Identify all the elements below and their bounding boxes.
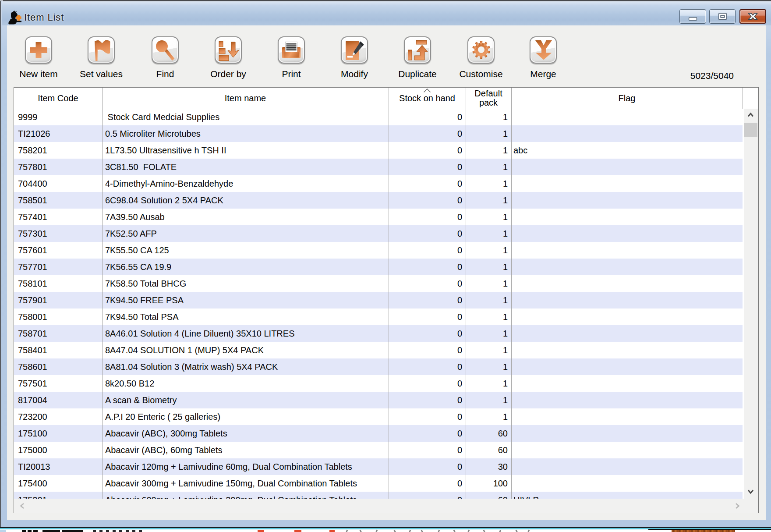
cell-name: 0.5 Microliter Microtubes: [102, 125, 389, 142]
cell-code: 175201: [14, 492, 102, 499]
toolbar-button-set-values[interactable]: Set values: [75, 36, 127, 79]
new-item-plus-icon[interactable]: [25, 36, 52, 64]
table-row[interactable]: TI20013Abacavir 120mg + Lamivudine 60mg,…: [14, 458, 743, 475]
desktop-fragment: [22, 530, 26, 532]
cell-stock: 0: [389, 142, 466, 159]
table-row[interactable]: 7579017K94.50 FREE PSA01: [14, 292, 743, 309]
toolbar-button-new-item[interactable]: New item: [12, 36, 65, 79]
cell-stock: 0: [389, 358, 466, 375]
duplicate-arrow-icon[interactable]: [404, 36, 431, 64]
vertical-scroll-thumb[interactable]: [744, 123, 757, 137]
column-separator: [511, 88, 512, 499]
desktop-fragment: [394, 530, 396, 532]
cell-pack: 1: [466, 309, 511, 325]
sort-arrow-icon[interactable]: [215, 36, 242, 64]
titlebar[interactable]: Item List: [2, 1, 771, 25]
table-row[interactable]: 175100Abacavir (ABC), 300mg Tablets060: [14, 425, 743, 442]
table-row[interactable]: 7584018A47.04 SOLUTION 1 (MUP) 5X4 PACK0…: [14, 342, 743, 358]
cell-stock: 0: [389, 259, 466, 275]
table-row[interactable]: 7586018A81.04 Solution 3 (Matrix wash) 5…: [14, 358, 743, 375]
table-row[interactable]: 175000Abacavir (ABC), 60mg Tablets060: [14, 442, 743, 458]
desktop-fragment: [346, 530, 348, 532]
toolbar-button-label: Print: [265, 69, 318, 79]
item-table: Item CodeItem nameStock on handDefault p…: [14, 87, 759, 513]
cell-pack: 1: [466, 325, 511, 342]
cell-code: TI20013: [14, 458, 102, 475]
edit-pencil-icon[interactable]: [341, 36, 368, 64]
column-separator: [389, 88, 389, 499]
desktop-fragment: [126, 530, 129, 532]
cell-flag: [511, 408, 743, 425]
toolbar-button-modify[interactable]: Modify: [328, 36, 381, 79]
cell-name: 6C98.04 Solution 2 5X4 PACK: [102, 192, 389, 209]
magnifier-icon[interactable]: [152, 36, 179, 64]
printer-icon[interactable]: [278, 36, 305, 64]
toolbar-button-order-by[interactable]: Order by: [202, 36, 255, 79]
maximize-button[interactable]: [709, 9, 736, 24]
table-row[interactable]: 7580017K94.50 Total PSA01: [14, 309, 743, 325]
cell-name: Stock Card Medcial Supplies: [102, 109, 389, 125]
cell-name: 4-Dimethyl-Amino-Benzaldehyde: [102, 175, 389, 192]
scroll-right-icon[interactable]: [735, 503, 740, 509]
table-row[interactable]: 7578013C81.50 FOLATE01: [14, 159, 743, 175]
merge-arrow-icon[interactable]: [530, 36, 557, 64]
toolbar-button-customise[interactable]: Customise: [455, 36, 507, 79]
table-row[interactable]: 7575018k20.50 B1201: [14, 375, 743, 392]
cell-name: 1L73.50 Ultrasensitive h TSH II: [102, 142, 389, 159]
column-header-default-pack[interactable]: Default pack: [466, 88, 511, 109]
cell-pack: 1: [466, 275, 511, 292]
cell-name: 7A39.50 Ausab: [102, 209, 389, 225]
toolbar-button-print[interactable]: Print: [265, 36, 318, 79]
cell-flag: [511, 475, 743, 492]
table-row[interactable]: 7585016C98.04 Solution 2 5X4 PACK01: [14, 192, 743, 209]
table-row[interactable]: 7582011L73.50 Ultrasensitive h TSH II01a…: [14, 142, 743, 159]
cell-flag: [511, 425, 743, 442]
cell-code: TI21026: [14, 125, 102, 142]
cell-code: 758001: [14, 309, 102, 325]
cell-flag: [511, 109, 743, 125]
flag-icon[interactable]: [88, 36, 115, 64]
minimize-icon: [680, 10, 706, 23]
desktop-fragment: [28, 530, 32, 532]
scroll-left-icon[interactable]: [19, 503, 25, 509]
scroll-down-icon[interactable]: [747, 489, 754, 495]
cell-code: 757801: [14, 159, 102, 175]
gear-icon[interactable]: [467, 36, 495, 64]
cell-stock: 0: [389, 275, 466, 292]
desktop-fragment: [42, 530, 60, 532]
table-row[interactable]: 817004A scan & Biometry01: [14, 392, 743, 408]
toolbar-button-merge[interactable]: Merge: [517, 36, 569, 79]
toolbar-button-label: Customise: [455, 69, 507, 79]
horizontal-scrollbar[interactable]: [14, 499, 758, 513]
desktop-fragment: [93, 530, 96, 532]
cell-code: 723200: [14, 408, 102, 425]
cell-flag: [511, 209, 743, 225]
cell-flag: [511, 225, 743, 242]
column-separator: [102, 88, 103, 499]
toolbar-button-find[interactable]: Find: [139, 36, 191, 79]
column-header-flag[interactable]: Flag: [511, 88, 743, 109]
column-header-item-name[interactable]: Item name: [102, 88, 389, 109]
column-header-item-code[interactable]: Item Code: [14, 88, 102, 109]
table-row[interactable]: 7581017K58.50 Total BHCG01: [14, 275, 743, 292]
close-button[interactable]: [739, 9, 766, 24]
table-row[interactable]: 175201Abacavir 600mg + Lamivudine 300mg,…: [14, 492, 743, 499]
table-row[interactable]: 7587018A46.01 Solution 4 (Line Diluent) …: [14, 325, 743, 342]
vertical-scrollbar[interactable]: [744, 109, 758, 499]
cell-pack: 60: [466, 492, 511, 499]
cell-name: 8A81.04 Solution 3 (Matrix wash) 5X4 PAC…: [102, 358, 389, 375]
minimize-button[interactable]: [679, 9, 706, 24]
table-row[interactable]: 7577017K56.55 CA 19.901: [14, 259, 743, 275]
table-row[interactable]: 7574017A39.50 Ausab01: [14, 209, 743, 225]
cell-stock: 0: [389, 125, 466, 142]
scroll-up-icon[interactable]: [747, 112, 754, 118]
table-row[interactable]: 9999 Stock Card Medcial Supplies01: [14, 109, 743, 125]
table-row[interactable]: TI210260.5 Microliter Microtubes01: [14, 125, 743, 142]
toolbar-button-duplicate[interactable]: Duplicate: [391, 36, 444, 79]
table-row[interactable]: 7576017K55.50 CA 12501: [14, 242, 743, 259]
table-row[interactable]: 723200A.P.I 20 Enteric ( 25 galleries)01: [14, 408, 743, 425]
table-row[interactable]: 175400Abacavir 300mg + Lamivudine 150mg,…: [14, 475, 743, 492]
table-row[interactable]: 7044004-Dimethyl-Amino-Benzaldehyde01: [14, 175, 743, 192]
desktop-fragment: [113, 530, 116, 532]
table-row[interactable]: 7573017K52.50 AFP01: [14, 225, 743, 242]
